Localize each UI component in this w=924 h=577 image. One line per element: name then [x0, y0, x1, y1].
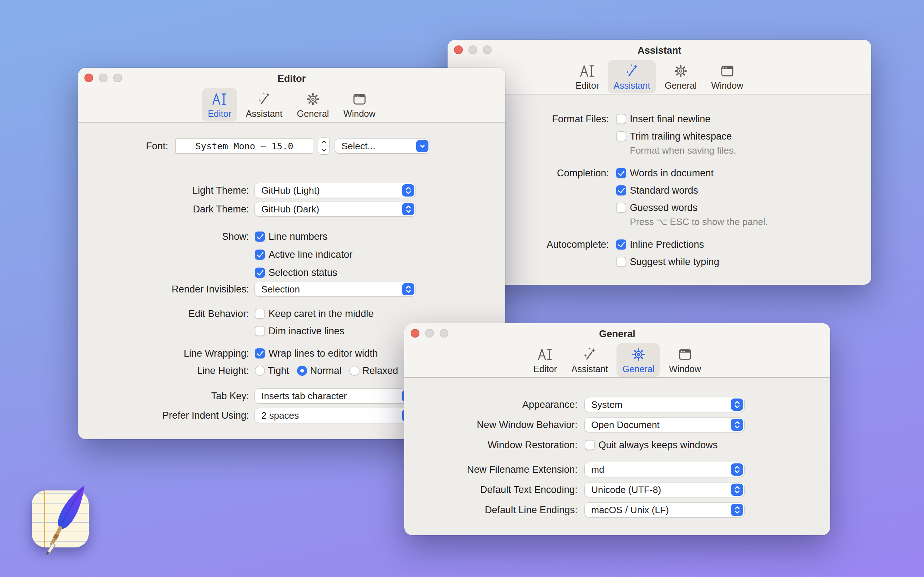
edit-behavior-label: Edit Behavior:: [78, 308, 249, 319]
dark-theme-label: Dark Theme:: [78, 204, 249, 215]
magic-wand-icon: [582, 346, 598, 363]
zoom-button[interactable]: [439, 329, 448, 338]
default-text-encoding-label: Default Text Encoding:: [404, 484, 577, 495]
checkbox-standard-words[interactable]: [616, 185, 626, 195]
window-icon: [677, 346, 693, 363]
tab-key-select[interactable]: Inserts tab character: [255, 389, 415, 403]
radio-normal[interactable]: Normal: [297, 365, 341, 377]
new-window-behavior-select[interactable]: Open Document: [585, 417, 744, 432]
checkbox-line-numbers[interactable]: [255, 232, 265, 242]
tab-general[interactable]: General: [617, 343, 660, 377]
format-files-caption: Format when saving files.: [630, 144, 871, 156]
window-header: Editor Editor Assistant General Window: [78, 68, 505, 122]
tab-window[interactable]: Window: [338, 88, 381, 121]
show-label: Show:: [78, 231, 249, 242]
checkbox-label: Trim trailing whitespace: [630, 131, 732, 142]
window-title: General: [599, 324, 636, 340]
checkbox-label: Quit always keeps windows: [598, 440, 717, 451]
close-button[interactable]: [84, 74, 93, 82]
preferences-toolbar: Editor Assistant General Window: [447, 56, 871, 94]
text-format-icon: [537, 346, 553, 363]
zoom-button[interactable]: [113, 74, 122, 82]
tab-editor[interactable]: Editor: [528, 343, 563, 377]
chevron-up-down-icon: [402, 283, 414, 295]
magic-wand-icon: [256, 91, 272, 108]
checkbox-quit-keeps-windows[interactable]: [585, 440, 595, 450]
window-restoration-label: Window Restoration:: [404, 440, 577, 451]
checkbox-label: Dim inactive lines: [268, 326, 344, 337]
text-format-icon: [579, 63, 595, 79]
tab-label: Window: [711, 81, 743, 91]
checkbox-suggest-while-typing[interactable]: [616, 257, 626, 267]
tab-assistant[interactable]: Assistant: [608, 60, 656, 93]
tab-label: Assistant: [571, 364, 608, 374]
radio-tight[interactable]: Tight: [255, 365, 289, 377]
checkbox-active-line-indicator[interactable]: [255, 250, 265, 259]
checkbox-guessed-words[interactable]: [616, 203, 626, 213]
tab-general[interactable]: General: [659, 60, 703, 93]
titlebar: General: [404, 323, 830, 340]
prefer-indent-select[interactable]: 2 spaces: [255, 408, 415, 423]
titlebar: Editor: [78, 68, 505, 84]
stepper-down-icon[interactable]: [318, 147, 329, 155]
tab-window[interactable]: Window: [705, 60, 749, 93]
checkbox-inline-predictions[interactable]: [616, 239, 626, 250]
gear-icon: [305, 91, 321, 108]
checkbox-dim-inactive-lines[interactable]: [255, 326, 265, 336]
tab-key-label: Tab Key:: [78, 390, 249, 402]
text-format-icon: [212, 91, 228, 108]
tab-label: Window: [669, 364, 701, 374]
font-select-dropdown[interactable]: Select...: [335, 139, 430, 153]
tab-editor[interactable]: Editor: [570, 60, 605, 93]
light-theme-label: Light Theme:: [78, 185, 249, 196]
appearance-select[interactable]: System: [585, 397, 744, 412]
minimize-button[interactable]: [468, 45, 477, 54]
render-invisibles-select[interactable]: Selection: [255, 282, 415, 297]
magic-wand-icon: [624, 63, 640, 79]
radio-label: Relaxed: [362, 365, 398, 377]
tab-assistant[interactable]: Assistant: [565, 343, 614, 377]
checkbox-keep-caret-middle[interactable]: [255, 309, 265, 319]
zoom-button[interactable]: [483, 45, 492, 54]
new-window-behavior-label: New Window Behavior:: [404, 419, 577, 430]
tab-general[interactable]: General: [291, 88, 334, 121]
preferences-toolbar: Editor Assistant General Window: [404, 340, 830, 377]
checkbox-label: Keep caret in the middle: [268, 308, 373, 319]
checkbox-insert-final-newline[interactable]: [616, 114, 626, 124]
checkbox-wrap-lines[interactable]: [255, 348, 265, 358]
light-theme-select[interactable]: GitHub (Light): [255, 183, 415, 198]
font-size-stepper[interactable]: [318, 138, 329, 154]
checkbox-label: Guessed words: [630, 202, 698, 213]
radio-relaxed[interactable]: Relaxed: [349, 365, 398, 377]
line-wrapping-label: Line Wrapping:: [78, 348, 249, 359]
line-endings-select[interactable]: macOS / Unix (LF): [585, 503, 744, 517]
close-button[interactable]: [411, 329, 419, 338]
font-name-field[interactable]: System Mono — 15.0: [175, 139, 313, 154]
tab-label: General: [664, 81, 696, 91]
paper-app-icon[interactable]: [32, 490, 89, 548]
window-icon: [352, 91, 367, 108]
tab-window[interactable]: Window: [663, 343, 707, 377]
close-button[interactable]: [454, 45, 463, 54]
font-label: Font:: [78, 141, 168, 152]
checkbox-label: Standard words: [630, 185, 698, 196]
tab-editor[interactable]: Editor: [202, 88, 237, 121]
checkbox-selection-status[interactable]: [255, 268, 265, 278]
chevron-up-down-icon: [731, 484, 743, 496]
tab-label: General: [622, 364, 654, 374]
gear-icon: [673, 63, 689, 79]
filename-extension-select[interactable]: md: [585, 462, 744, 477]
appearance-label: Appearance:: [404, 399, 577, 410]
checkbox-label: Insert final newline: [630, 114, 711, 125]
dark-theme-select[interactable]: GitHub (Dark): [255, 202, 415, 216]
checkbox-words-in-document[interactable]: [616, 168, 626, 178]
tab-label: Assistant: [614, 81, 650, 91]
text-encoding-select[interactable]: Unicode (UTF-8): [585, 482, 744, 497]
minimize-button[interactable]: [425, 329, 434, 338]
stepper-up-icon[interactable]: [318, 138, 329, 147]
tab-assistant[interactable]: Assistant: [240, 88, 288, 121]
minimize-button[interactable]: [99, 74, 108, 82]
assistant-preferences-window: Assistant Editor Assistant General Windo…: [447, 40, 871, 285]
window-icon: [719, 63, 735, 79]
checkbox-trim-trailing-whitespace[interactable]: [616, 131, 626, 141]
